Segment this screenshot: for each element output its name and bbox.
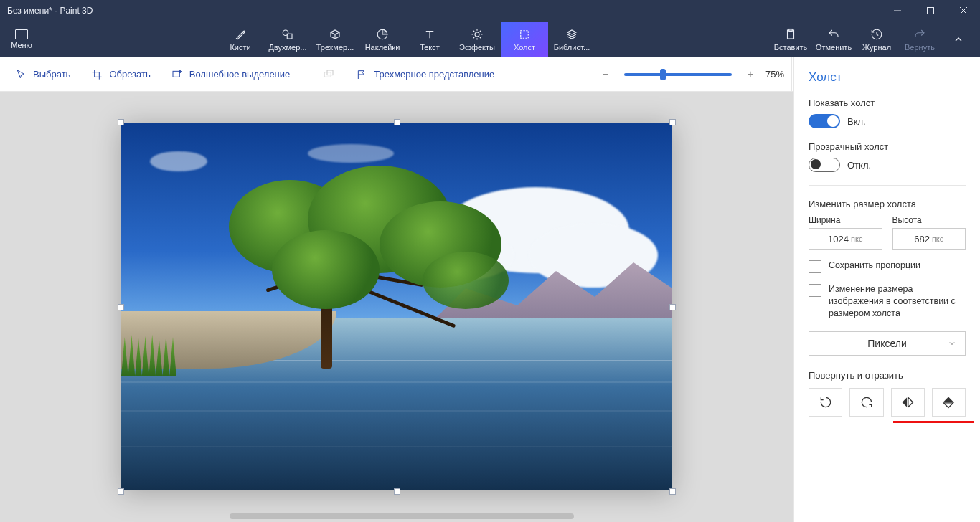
units-dropdown[interactable]: Пиксели xyxy=(809,331,966,356)
zoom-controls: − + xyxy=(598,68,758,81)
canvas-panel: Холст Показать холст Вкл. Прозрачный хол… xyxy=(793,57,980,522)
select-button[interactable]: Выбрать xyxy=(7,65,77,84)
flip-vertical-icon xyxy=(941,395,956,409)
flag-icon xyxy=(355,68,368,81)
tool-tabs: Кисти Двухмер... Трехмер... Наклейки Тек… xyxy=(43,22,769,57)
tab-library[interactable]: Библиот... xyxy=(548,22,595,57)
workspace xyxy=(0,92,793,522)
close-button[interactable] xyxy=(947,0,980,22)
tab-stickers[interactable]: Наклейки xyxy=(359,22,406,57)
zoom-out-button[interactable]: − xyxy=(598,68,613,81)
zoom-percent[interactable]: 75% xyxy=(758,57,792,92)
tab-2d[interactable]: Двухмер... xyxy=(264,22,311,57)
tab-brushes[interactable]: Кисти xyxy=(217,22,264,57)
rotate-ccw-icon xyxy=(819,395,833,409)
resize-handle-ne[interactable] xyxy=(669,119,676,125)
keep-aspect-label: Сохранить пропорции xyxy=(829,260,920,272)
zoom-slider[interactable] xyxy=(624,73,732,76)
toolbar-separator xyxy=(306,65,306,85)
svg-point-7 xyxy=(475,32,479,37)
resize-handle-sw[interactable] xyxy=(118,488,124,495)
minimize-button[interactable] xyxy=(881,0,914,22)
resize-handle-n[interactable] xyxy=(394,119,400,125)
effects-icon xyxy=(471,28,484,41)
svg-rect-12 xyxy=(324,72,331,77)
menu-label: Меню xyxy=(11,41,32,49)
shapes-2d-icon xyxy=(281,28,294,41)
resize-handle-nw[interactable] xyxy=(118,119,124,125)
resize-image-label: Изменение размера изображения в соответс… xyxy=(829,283,966,320)
panel-divider xyxy=(809,185,966,186)
menu-button[interactable]: Меню xyxy=(0,22,43,57)
show-canvas-state: Вкл. xyxy=(847,116,866,127)
shapes-3d-icon xyxy=(329,28,341,41)
horizontal-scrollbar[interactable] xyxy=(230,513,574,519)
right-commands: Вставить Отменить Журнал Вернуть xyxy=(769,22,980,57)
stickers-icon xyxy=(376,28,389,41)
svg-rect-1 xyxy=(928,8,934,14)
resize-handle-e[interactable] xyxy=(669,304,676,310)
crop-button[interactable]: Обрезать xyxy=(83,65,157,84)
transparent-canvas-label: Прозрачный холст xyxy=(809,141,966,152)
titlebar: Без имени* - Paint 3D xyxy=(0,0,980,22)
menu-icon xyxy=(15,29,28,39)
flip-horizontal-icon xyxy=(900,395,915,409)
history-button[interactable]: Журнал xyxy=(855,22,898,57)
3d-view-button[interactable]: Трехмерное представление xyxy=(348,65,501,84)
resize-handle-s[interactable] xyxy=(394,488,400,495)
show-canvas-toggle[interactable] xyxy=(809,114,840,128)
rotate-flip-header: Повернуть и отразить xyxy=(809,370,966,381)
flip-horizontal-button[interactable] xyxy=(891,388,925,417)
library-icon xyxy=(565,28,578,41)
resize-handle-w[interactable] xyxy=(118,304,124,310)
canvas-image[interactable] xyxy=(121,123,672,490)
canvas-icon xyxy=(518,28,531,41)
undo-button[interactable]: Отменить xyxy=(812,22,855,57)
tab-effects[interactable]: Эффекты xyxy=(453,22,501,57)
resize-canvas-header: Изменить размер холста xyxy=(809,199,966,209)
paste-button[interactable]: Вставить xyxy=(769,22,812,57)
redo-button[interactable]: Вернуть xyxy=(898,22,941,57)
mixed-reality-button[interactable] xyxy=(315,65,342,84)
keep-aspect-checkbox[interactable] xyxy=(809,260,821,273)
panel-title: Холст xyxy=(809,70,966,85)
transparent-canvas-toggle[interactable] xyxy=(809,158,840,172)
undo-icon xyxy=(827,28,840,41)
resize-image-checkbox[interactable] xyxy=(809,284,821,297)
zoom-slider-thumb[interactable] xyxy=(660,69,666,80)
height-label: Высота xyxy=(892,215,966,225)
chevron-down-icon xyxy=(948,339,956,348)
history-icon xyxy=(870,28,883,41)
zoom-in-button[interactable]: + xyxy=(743,68,758,81)
text-icon xyxy=(423,28,436,41)
tab-3d[interactable]: Трехмер... xyxy=(311,22,359,57)
rotate-cw-button[interactable] xyxy=(849,388,883,417)
rotate-ccw-button[interactable] xyxy=(809,388,842,417)
maximize-button[interactable] xyxy=(914,0,947,22)
svg-rect-8 xyxy=(521,30,529,38)
transparent-canvas-state: Откл. xyxy=(847,160,871,171)
redo-icon xyxy=(913,28,926,41)
magic-select-icon xyxy=(171,68,184,81)
width-label: Ширина xyxy=(809,215,882,225)
collapse-panel-button[interactable] xyxy=(941,22,976,57)
rotate-cw-icon xyxy=(859,395,874,409)
tab-canvas[interactable]: Холст xyxy=(501,22,548,57)
cursor-icon xyxy=(14,68,27,81)
width-input[interactable]: 1024пкс xyxy=(809,228,882,250)
resize-handle-se[interactable] xyxy=(669,488,676,495)
window-title: Без имени* - Paint 3D xyxy=(7,6,93,16)
height-input[interactable]: 682пкс xyxy=(892,228,966,250)
svg-rect-11 xyxy=(173,71,179,77)
tab-text[interactable]: Текст xyxy=(406,22,453,57)
svg-rect-13 xyxy=(327,70,333,75)
brush-icon xyxy=(234,28,247,41)
show-canvas-label: Показать холст xyxy=(809,98,966,108)
chevron-up-icon xyxy=(953,34,964,45)
top-command-bar: Меню Кисти Двухмер... Трехмер... Наклейк… xyxy=(0,22,980,57)
mixed-reality-icon xyxy=(322,68,335,81)
crop-icon xyxy=(90,68,103,81)
annotation-underline xyxy=(893,421,974,423)
magic-select-button[interactable]: Волшебное выделение xyxy=(164,65,298,84)
flip-vertical-button[interactable] xyxy=(932,388,966,417)
